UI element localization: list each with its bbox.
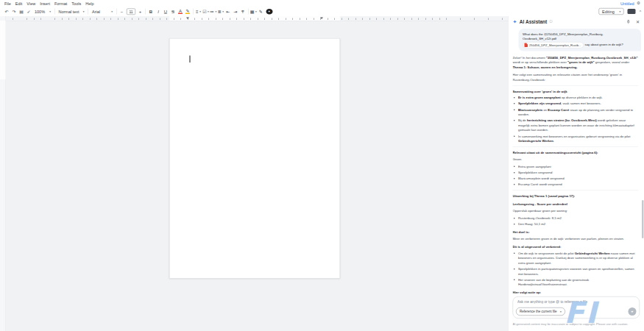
menu-format[interactable]: Format [52,1,69,6]
left-indent-marker[interactable] [186,18,189,20]
ai-spark-icon: ✦ [513,19,517,25]
text: . [553,139,554,143]
assistant-response: Zeker! In het document "250456_DPZ_Meerj… [513,55,642,294]
font-select[interactable]: Arial▾ [91,8,115,15]
ai-panel-title: AI Assistant [520,19,547,25]
increase-font-size-button[interactable]: + [137,8,144,15]
text: Den Haag: 50,1 m2 [518,222,545,226]
right-indent-marker[interactable] [320,18,323,20]
bold-text: Gebiedsgericht Werken [518,139,553,143]
text: Meer en verbeteren groen in de wijk: ver… [513,237,625,241]
bold-button[interactable]: B [148,8,155,15]
text: In samenwerking met bewoners en organisa… [518,134,630,138]
menu-insert[interactable]: Insert [38,1,52,6]
prompt-input-box[interactable]: Reference the current file ▾ ➤ [513,296,640,318]
toolbar-separator [116,9,117,15]
pin-icon[interactable] [626,19,631,24]
strikethrough-button[interactable]: S [170,8,177,15]
close-icon[interactable]: ✕ [636,19,640,24]
chevron-down-icon: ▾ [199,10,201,13]
text: wordt er op verschillende plekken over [513,60,568,64]
user-message-line2: say about groen in de wijk? [585,43,623,46]
text-color-button[interactable]: A [177,8,184,15]
gear-icon[interactable]: ⚙ [637,1,640,6]
assistant-heading: Samenvatting over 'groen' in de wijk [513,89,639,94]
assistant-list-item: Blaricumseplein en Escamp Carré staan op… [518,107,638,117]
bold-text: "250456_DPZ_Meerjarenplan_Rustburg-Oostb… [546,56,638,60]
bold-text: Gebiedsgericht Werken [575,251,610,255]
assistant-list-item: Speelplekken vergroend [518,170,638,175]
print-icon[interactable]: ▤ [18,8,25,15]
menu-view[interactable]: View [24,1,38,6]
bullet-list-button[interactable]: ≔▾ [210,8,216,15]
align-button-glyph: ≡ [196,9,199,14]
text: Groen [513,157,522,161]
document-title[interactable]: Untitled [620,1,634,5]
chevron-down-icon: ▾ [208,10,209,13]
text: Om de wijk te vergroenen werkt de pilot [518,251,575,255]
collapse-toolbar-icon[interactable]: ^ [640,10,641,14]
indent-button[interactable]: ⇥ [232,8,238,15]
bold-text: "groen in de wijk" [567,60,595,64]
decrease-font-size-button[interactable]: − [118,8,125,15]
assistant-list-item: Er is extra groen aangeplant op diverse … [518,96,638,101]
insert-table-icon-glyph: ▦ [250,9,255,14]
assistant-list-item: Om de wijk te vergroenen werkt de pilot … [518,251,638,266]
document-page[interactable] [169,38,340,279]
clear-formatting-button-glyph: T [241,9,244,14]
horizontal-ruler [6,16,508,21]
pen-icon-glyph: ✎ [259,9,263,14]
assistant-list-item: Speelplekken zijn vergroend, vaak samen … [518,102,638,107]
assistant-paragraph: Oppervlak openbaar groen per woning: [513,208,639,213]
mode-select[interactable]: Editing ▾ [599,8,624,15]
font-size-input[interactable]: 11 [127,8,135,15]
chevron-down-icon: ▾ [111,10,113,13]
checklist-button[interactable]: ☑▾ [202,8,209,15]
attachment-name: 250456_DPZ_Meerjarenplan_Rustb... [529,43,581,48]
assistant-heading: Dit is al uitgevoerd of verbeterd: [513,244,639,249]
toolbar: ↶↷▤✓100%▾Normal text▾Arial▾−11+BIUSA✎≡▾☑… [0,7,644,16]
menu-tools[interactable]: Tools [69,1,83,6]
menu-help[interactable]: Help [83,1,96,6]
bold-text: Thema 1: Schoon, wonen en leefomgeving. [513,65,578,69]
panel-scrollbar[interactable] [642,200,644,238]
outdent-button[interactable]: ⇤ [224,8,231,15]
menu-edit[interactable]: Edit [13,1,24,6]
reference-file-chip[interactable]: Reference the current file ▾ [516,307,565,316]
keyboard-icon[interactable] [628,9,636,14]
assistant-list-item: Blaricumseplein wordt vergroend [518,176,638,181]
styles-select[interactable]: Normal text▾ [57,8,86,15]
decrease-font-size-button-glyph: − [121,9,124,14]
ai-toolbar-button[interactable]: ✦ [266,9,272,15]
toolbar-right: Editing ▾ ^ [599,7,641,16]
zoom-select-value: 100% [35,10,45,14]
divider [513,191,639,191]
assistant-heading: Hier volgt actie op: [513,291,639,294]
clear-formatting-button[interactable]: T [239,8,246,15]
send-icon: ➤ [630,309,634,313]
pen-icon[interactable]: ✎ [258,8,264,15]
info-icon[interactable]: ⓘ [549,19,553,24]
italic-button-glyph: I [158,9,159,14]
toolbar-separator [248,9,249,15]
highlight-color-button[interactable]: ✎ [185,8,191,15]
spellcheck-icon[interactable]: ✓ [26,8,32,15]
prompt-input[interactable] [517,299,636,305]
numbered-list-button-glyph: ≣ [218,9,222,14]
menu-file[interactable]: File [2,1,13,6]
redo-icon[interactable]: ↷ [11,8,18,15]
underline-button[interactable]: U [163,8,169,15]
undo-icon[interactable]: ↶ [4,8,10,15]
zoom-select[interactable]: 100%▾ [33,8,53,15]
align-button[interactable]: ≡▾ [195,8,202,15]
send-button[interactable]: ➤ [629,307,637,316]
ai-spark-icon: ✦ [268,10,270,13]
file-attachment-chip[interactable]: 250456_DPZ_Meerjarenplan_Rustb... [523,42,584,49]
italic-button[interactable]: I [155,8,162,15]
chevron-down-icon: ▾ [49,10,51,13]
ruler-page-area [169,16,340,21]
insert-table-icon[interactable]: ▦▾ [250,8,257,15]
text: Zeker! In het document [513,56,546,60]
numbered-list-button[interactable]: ≣▾ [217,8,224,15]
highlight-color-button-glyph: ✎ [185,9,189,13]
